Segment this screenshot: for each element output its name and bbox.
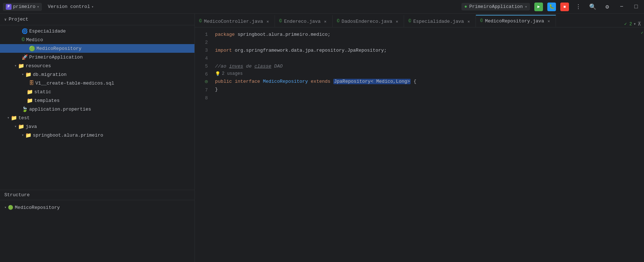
- tab-icon-dadosendereco: ©: [337, 19, 339, 24]
- line-num-6: 6: [195, 70, 212, 78]
- tab-endereco[interactable]: © Endereco.java ✕: [275, 15, 333, 27]
- sidebar-item-label: springboot.alura.primeiro: [33, 133, 103, 138]
- expand-icon: ▾: [22, 133, 24, 137]
- structure-panel: Structure ▾ 🟢 MedicoRepository: [0, 190, 194, 262]
- sidebar-item-primeiroapplication[interactable]: 🚀 PrimeiroApplication: [0, 53, 194, 61]
- tab-label-especialidade: Especialidade.java: [413, 19, 464, 24]
- code-content: package springboot.alura.primeiro.medico…: [212, 27, 639, 262]
- line-num-1: 1: [195, 30, 212, 38]
- sidebar-item-appproperties[interactable]: 🍃 application.properties: [0, 105, 194, 113]
- tab-medicorepository[interactable]: © MedicoRepository.java ✕: [476, 15, 556, 27]
- code-line-6-hint[interactable]: 💡 2 usages: [212, 70, 639, 77]
- sidebar-item-label: MedicoRepository: [36, 46, 82, 51]
- sidebar-item-resources[interactable]: ▾ 📁 resources: [0, 61, 194, 70]
- sidebar-item-label: test: [18, 115, 30, 121]
- check-count-indicator: ✓: [641, 30, 643, 35]
- top-bar-left: P primeiro ▾ Version control ▾: [3, 3, 97, 11]
- search-everywhere-button[interactable]: 🔍: [588, 2, 598, 12]
- medicorepository-icon: 🟢: [29, 46, 35, 52]
- run-configuration-pill: ● PrimeiroApplication ▾: [461, 3, 530, 10]
- tab-close-dadosendereco[interactable]: ✕: [394, 19, 399, 24]
- sidebar-item-test[interactable]: ▾ 📁 test: [0, 113, 194, 122]
- tab-icon-endereco: ©: [279, 19, 282, 24]
- code-line-2: [212, 38, 639, 46]
- sidebar-item-static[interactable]: 📁 static: [0, 87, 194, 96]
- sidebar-item-medico[interactable]: © Medico: [0, 35, 194, 44]
- folder-icon: 📁: [18, 124, 24, 130]
- expand-tabs-button[interactable]: ▾: [634, 21, 636, 27]
- sidebar-chevron-icon: ∨: [4, 17, 6, 22]
- tab-dadosendereco[interactable]: © DadosEndereco.java ✕: [333, 15, 404, 27]
- line-numbers: 1 2 3 4 5 6 7 8: [195, 27, 212, 262]
- tabs-actions: ✓ 2 ▾ ⊼: [621, 21, 644, 27]
- bulb-icon: 💡: [215, 71, 220, 77]
- expand-icon: ▾: [22, 72, 24, 77]
- sidebar-header: ∨ Project: [0, 14, 194, 25]
- expand-icon: ▾: [14, 64, 17, 68]
- folder-icon: 📁: [11, 115, 17, 121]
- version-control-button[interactable]: Version control ▾: [45, 3, 96, 10]
- line-num-6b: [195, 78, 212, 86]
- line-num-4: 4: [195, 54, 212, 62]
- editor-area: © MedicoController.java ✕ © Endereco.jav…: [195, 14, 644, 262]
- stop-button[interactable]: ■: [560, 3, 569, 11]
- sidebar-item-v1sql[interactable]: 🗄 V1__create-table-medicos.sql: [0, 79, 194, 87]
- structure-expand-icon: ▾: [4, 205, 6, 210]
- tab-label-dadosendereco: DadosEndereco.java: [342, 19, 392, 24]
- comment-text: //ao inves de classe DAO: [215, 64, 282, 69]
- code-line-7: }: [212, 85, 639, 93]
- minimize-button[interactable]: −: [617, 2, 627, 12]
- tab-label-medicocontroller: MedicoController.java: [204, 19, 263, 24]
- folder-icon: 📁: [27, 98, 33, 104]
- settings-button[interactable]: ⚙: [602, 2, 612, 12]
- expand-icon: ▾: [14, 124, 17, 129]
- editor-right-gutter: ✓: [639, 27, 644, 262]
- tab-label-medicorepository: MedicoRepository.java: [485, 18, 544, 24]
- sidebar-item-springboot-package[interactable]: ▾ 📁 springboot.alura.primeiro: [0, 131, 194, 139]
- kw-import: import: [215, 48, 232, 53]
- line-num-2: 2: [195, 38, 212, 46]
- sql-file-icon: 🗄: [29, 80, 34, 86]
- more-options-button[interactable]: ⋮: [573, 2, 583, 12]
- sidebar-item-especialidade[interactable]: 🌀 Especialidade: [0, 27, 194, 35]
- tab-close-endereco[interactable]: ✕: [323, 19, 328, 24]
- sidebar: ∨ Project 🌀 Especialidade © Medico 🟢 Med…: [0, 14, 195, 262]
- tab-close-especialidade[interactable]: ✕: [466, 19, 471, 24]
- tab-close-medicorepository[interactable]: ✕: [546, 18, 551, 23]
- code-line-1: package springboot.alura.primeiro.medico…: [212, 30, 639, 38]
- tab-icon-medicocontroller: ©: [199, 19, 202, 24]
- folder-icon: 📁: [25, 132, 31, 138]
- tab-icon-medicorepository: ©: [480, 18, 483, 23]
- line-num-8: 8: [195, 94, 212, 102]
- structure-item-label: MedicoRepository: [15, 205, 60, 210]
- tabs-collapse-button[interactable]: ⊼: [638, 21, 641, 27]
- primeiroapplication-icon: 🚀: [22, 54, 28, 60]
- tab-medicocontroller[interactable]: © MedicoController.java ✕: [195, 15, 275, 27]
- project-icon: P: [6, 4, 12, 10]
- debug-button[interactable]: 🐛: [547, 3, 556, 11]
- code-line-5: //ao inves de classe DAO: [212, 62, 639, 70]
- tab-especialidade[interactable]: © Especialidade.java ✕: [404, 15, 476, 27]
- tab-close-medicocontroller[interactable]: ✕: [265, 19, 270, 24]
- top-bar-right: ● PrimeiroApplication ▾ ▶ 🐛 ■ ⋮ 🔍 ⚙ − □: [461, 2, 641, 12]
- jparepository-highlight: JpaRepository< Medico,Long>: [333, 79, 411, 84]
- structure-item-medicorepository[interactable]: ▾ 🟢 MedicoRepository: [4, 203, 190, 212]
- run-button[interactable]: ▶: [534, 3, 543, 11]
- tab-icon-especialidade: ©: [408, 19, 411, 24]
- project-name: primeiro: [13, 4, 35, 9]
- sidebar-item-templates[interactable]: 📁 templates: [0, 96, 194, 105]
- sidebar-item-java[interactable]: ▾ 📁 java: [0, 122, 194, 131]
- project-selector[interactable]: P primeiro ▾: [3, 3, 42, 11]
- code-line-4: [212, 54, 639, 62]
- sidebar-item-medicorepository[interactable]: 🟢 MedicoRepository: [0, 44, 194, 53]
- run-config-chevron-icon: ▾: [525, 5, 527, 9]
- medico-icon: ©: [22, 37, 25, 43]
- properties-icon: 🍃: [22, 106, 28, 112]
- sidebar-item-dbmigration[interactable]: ▾ 📁 db.migration: [0, 70, 194, 79]
- code-editor[interactable]: 1 2 3 4 5 6 7 8 package springboot.alura…: [195, 27, 644, 262]
- maximize-button[interactable]: □: [631, 2, 641, 12]
- usages-hint: 2 usages: [222, 71, 243, 76]
- run-config-label: PrimeiroApplication: [469, 4, 523, 9]
- kw-package: package: [215, 32, 235, 37]
- sidebar-item-label: PrimeiroApplication: [29, 55, 83, 60]
